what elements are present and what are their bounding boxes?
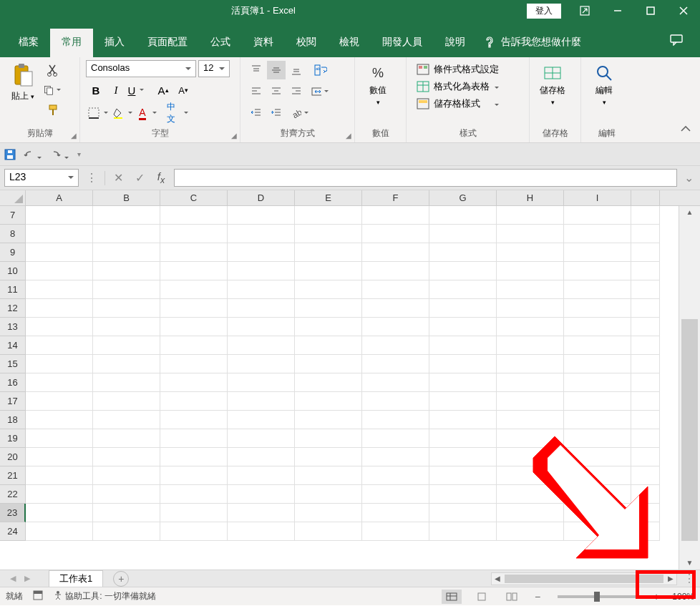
cell[interactable] bbox=[160, 448, 228, 466]
cell[interactable] bbox=[93, 318, 160, 336]
column-header[interactable]: B bbox=[93, 190, 160, 205]
cell[interactable] bbox=[362, 355, 429, 373]
tab-page-layout[interactable]: 頁面配置 bbox=[136, 29, 199, 57]
sheet-nav-next[interactable]: ▶ bbox=[24, 574, 30, 583]
cell[interactable] bbox=[228, 280, 295, 299]
cell[interactable] bbox=[362, 448, 429, 466]
cell[interactable] bbox=[160, 336, 228, 355]
cell[interactable] bbox=[93, 280, 160, 299]
cell[interactable] bbox=[26, 373, 93, 392]
cell[interactable] bbox=[362, 392, 429, 411]
cell[interactable] bbox=[295, 355, 362, 373]
cell[interactable] bbox=[497, 392, 564, 411]
row-header[interactable]: 21 bbox=[0, 466, 26, 485]
cell[interactable] bbox=[362, 318, 429, 336]
cell[interactable] bbox=[160, 411, 228, 429]
row-header[interactable]: 24 bbox=[0, 522, 26, 541]
cell[interactable] bbox=[295, 392, 362, 411]
cell[interactable] bbox=[228, 336, 295, 355]
column-header[interactable]: D bbox=[228, 190, 295, 205]
row-header[interactable]: 16 bbox=[0, 373, 26, 392]
cell[interactable] bbox=[93, 411, 160, 429]
cell[interactable] bbox=[295, 504, 362, 522]
cell[interactable] bbox=[362, 429, 429, 448]
cell[interactable] bbox=[631, 522, 660, 541]
cell[interactable] bbox=[497, 355, 564, 373]
cell[interactable] bbox=[429, 243, 497, 262]
accessibility-status[interactable]: 協助工具: 一切準備就緒 bbox=[53, 590, 156, 602]
row-header[interactable]: 15 bbox=[0, 355, 26, 373]
horizontal-split-handle[interactable]: ⋮ bbox=[679, 572, 700, 585]
cell[interactable] bbox=[26, 243, 93, 262]
cell[interactable] bbox=[362, 466, 429, 485]
italic-button[interactable]: I bbox=[107, 81, 125, 99]
cell[interactable] bbox=[160, 262, 228, 280]
cell[interactable] bbox=[228, 466, 295, 485]
fill-color-button[interactable] bbox=[111, 104, 134, 122]
bold-button[interactable]: B bbox=[87, 81, 105, 99]
vertical-scrollbar[interactable]: ▲ ▼ bbox=[679, 206, 700, 570]
cell-options-icon[interactable]: ⋮ bbox=[83, 170, 100, 187]
font-name-selector[interactable]: Consolas bbox=[86, 60, 196, 77]
cell[interactable] bbox=[362, 411, 429, 429]
select-all-button[interactable] bbox=[0, 190, 26, 205]
cell[interactable] bbox=[295, 262, 362, 280]
cell[interactable] bbox=[228, 485, 295, 504]
cell[interactable] bbox=[26, 318, 93, 336]
save-button[interactable] bbox=[4, 149, 16, 160]
cell[interactable] bbox=[93, 225, 160, 243]
cell[interactable] bbox=[497, 225, 564, 243]
cell[interactable] bbox=[631, 466, 660, 485]
cell[interactable] bbox=[26, 262, 93, 280]
tab-data[interactable]: 資料 bbox=[242, 29, 285, 57]
cell[interactable] bbox=[564, 299, 631, 318]
zoom-in-button[interactable]: + bbox=[651, 591, 662, 602]
cell[interactable] bbox=[362, 206, 429, 225]
minimize-button[interactable] bbox=[601, 0, 634, 21]
cell[interactable] bbox=[631, 280, 660, 299]
cell[interactable] bbox=[564, 485, 631, 504]
cell[interactable] bbox=[160, 392, 228, 411]
underline-button[interactable]: U bbox=[127, 81, 145, 99]
increase-indent-button[interactable] bbox=[267, 104, 286, 122]
cell[interactable] bbox=[295, 243, 362, 262]
paste-button[interactable]: 貼上 ▾ bbox=[6, 60, 40, 105]
cell[interactable] bbox=[228, 504, 295, 522]
editing-button[interactable]: 編輯▾ bbox=[587, 60, 621, 109]
cell[interactable] bbox=[228, 299, 295, 318]
cell[interactable] bbox=[26, 429, 93, 448]
cell[interactable] bbox=[497, 280, 564, 299]
cell[interactable] bbox=[228, 262, 295, 280]
scroll-down-button[interactable]: ▼ bbox=[679, 557, 700, 570]
column-header[interactable]: E bbox=[295, 190, 362, 205]
align-middle-button[interactable] bbox=[267, 61, 286, 79]
cell[interactable] bbox=[160, 373, 228, 392]
font-color-button[interactable]: A bbox=[135, 104, 158, 122]
macro-record-icon[interactable] bbox=[33, 590, 43, 602]
page-break-view-button[interactable] bbox=[502, 590, 522, 604]
tab-formulas[interactable]: 公式 bbox=[199, 29, 242, 57]
cell[interactable] bbox=[564, 373, 631, 392]
wrap-text-button[interactable]: ab bbox=[311, 61, 330, 79]
cell[interactable] bbox=[228, 355, 295, 373]
row-header[interactable]: 13 bbox=[0, 318, 26, 336]
cell[interactable] bbox=[497, 522, 564, 541]
cell[interactable] bbox=[93, 336, 160, 355]
cell[interactable] bbox=[228, 225, 295, 243]
zoom-level[interactable]: 100% bbox=[672, 592, 694, 602]
align-left-button[interactable] bbox=[247, 82, 266, 101]
cell[interactable] bbox=[429, 392, 497, 411]
cell[interactable] bbox=[93, 262, 160, 280]
vertical-scroll-thumb[interactable] bbox=[681, 319, 698, 541]
cell[interactable] bbox=[362, 225, 429, 243]
collapse-ribbon-button[interactable] bbox=[680, 124, 691, 138]
cell[interactable] bbox=[631, 485, 660, 504]
cell[interactable] bbox=[228, 392, 295, 411]
cell[interactable] bbox=[228, 243, 295, 262]
cell[interactable] bbox=[362, 522, 429, 541]
cell[interactable] bbox=[429, 504, 497, 522]
cut-button[interactable] bbox=[44, 61, 62, 79]
cell[interactable] bbox=[160, 299, 228, 318]
cell[interactable] bbox=[295, 411, 362, 429]
cell[interactable] bbox=[26, 336, 93, 355]
